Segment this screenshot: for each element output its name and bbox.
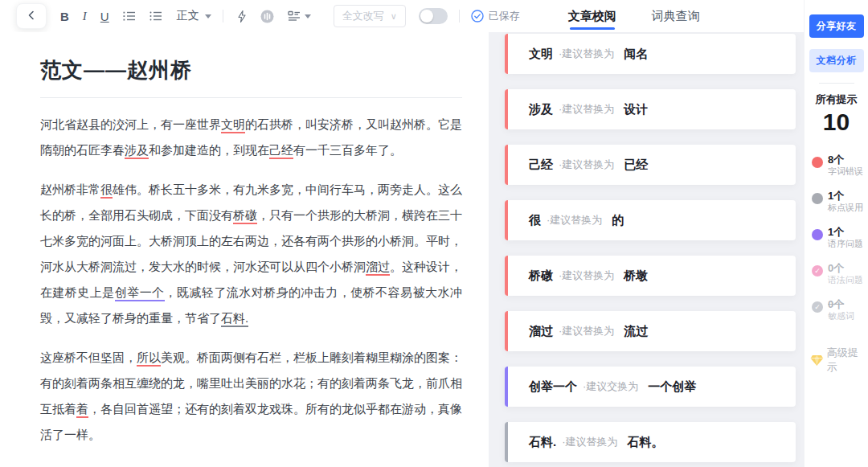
rewrite-toggle[interactable] (419, 8, 448, 24)
replacement-word[interactable]: 桥墩 (624, 268, 648, 284)
premium-tips[interactable]: 高级提示 (810, 346, 868, 375)
paragraph[interactable]: 赵州桥表现了劳动人民的聪明才智，是我国宝贵的历史遗产。 (40, 461, 462, 467)
marked-word[interactable]: 文明 (221, 117, 245, 133)
text-run: 有一千三百多年了。 (293, 143, 402, 157)
italic-button[interactable]: I (83, 10, 87, 23)
stat-count: 1个 (828, 226, 863, 238)
suggestion-card[interactable]: 石料.·建议替换为石料。 (505, 422, 796, 462)
tab-dictionary[interactable]: 词典查询 (652, 0, 700, 32)
outline-view-button[interactable] (288, 10, 311, 22)
document-title[interactable]: 范文——赵州桥 (40, 56, 462, 84)
paragraph-style-select[interactable]: 正文 (177, 9, 211, 23)
toggle-knob (420, 10, 433, 23)
right-sidebar: 分享好友 文档分析 所有提示 10 8个字词错误1个标点误用1个语序问题✓0个语… (804, 0, 868, 467)
save-status: 已保存 (471, 9, 520, 23)
underline-button[interactable]: U (100, 10, 109, 23)
back-button[interactable] (16, 3, 47, 29)
chevron-down-icon (305, 14, 311, 18)
suggestion-action-label: ·建议替换为 (559, 158, 614, 172)
share-friends-button[interactable]: 分享好友 (809, 14, 864, 38)
replacement-word[interactable]: 设计 (624, 102, 648, 117)
replacement-word[interactable]: 已经 (624, 158, 648, 173)
content: 范文——赵州桥 河北省赵县的洨河上，有一座世界文明的石拱桥，叫安济桥，又叫赵州桥… (0, 32, 804, 467)
suggestions-panel: 文明·建议替换为闻名涉及·建议替换为设计己经·建议替换为已经很·建议替换为的桥礅… (489, 32, 804, 467)
stats-circle-icon (260, 10, 274, 23)
stat-text: 1个标点误用 (828, 190, 863, 214)
severity-bar (505, 422, 508, 462)
stat-label: 字词错误 (828, 166, 863, 178)
category-dot-icon (812, 157, 823, 168)
paragraph[interactable]: 河北省赵县的洨河上，有一座世界文明的石拱桥，叫安济桥，又叫赵州桥。它是隋朝的石匠… (40, 112, 462, 163)
severity-bar (505, 311, 508, 351)
diamond-icon (810, 354, 824, 367)
suggestion-action-label: ·建议替换为 (559, 102, 614, 117)
severity-bar (505, 367, 508, 407)
replacement-word[interactable]: 一个创举 (648, 379, 696, 395)
stat-text: 0个语法问题 (828, 262, 863, 286)
tip-stat-item[interactable]: ✓0个敏感词 (812, 298, 868, 322)
full-text-rewrite-select[interactable]: 全文改写 ∨ (334, 5, 406, 27)
chevron-down-icon (205, 14, 211, 18)
marked-word[interactable]: 己经 (269, 143, 293, 159)
original-word: 石料. (529, 435, 556, 450)
replacement-word[interactable]: 闻名 (624, 47, 648, 62)
paragraph[interactable]: 这座桥不但坚固，所以美观。桥面两侧有石栏，栏板上雕刻着糊里糊涂的图案：有的刻着两… (40, 345, 462, 448)
check-circle-icon (471, 10, 484, 23)
title-divider (40, 97, 462, 98)
suggestion-card[interactable]: 桥礅·建议替换为桥墩 (505, 256, 796, 296)
tip-stat-item[interactable]: ✓0个语法问题 (812, 262, 868, 286)
suggestion-card[interactable]: 创举一个·建议交换为一个创举 (505, 367, 796, 407)
suggestion-action-label: ·建议替换为 (559, 324, 614, 338)
original-word: 创举一个 (529, 379, 577, 395)
category-dot-icon (812, 229, 823, 240)
suggestion-card[interactable]: 己经·建议替换为已经 (505, 145, 796, 185)
document-editor[interactable]: 范文——赵州桥 河北省赵县的洨河上，有一座世界文明的石拱桥，叫安济桥，又叫赵州桥… (0, 32, 489, 467)
toolbar-divider (459, 10, 460, 23)
paragraph-style-value: 正文 (177, 9, 199, 23)
paragraph[interactable]: 赵州桥非常很雄伟。桥长五十多米，有九米多宽，中间行车马，两旁走人。这么长的桥，全… (40, 177, 462, 331)
marked-word[interactable]: 着 (76, 402, 88, 418)
tab-proofread[interactable]: 文章校阅 (568, 0, 616, 32)
marked-word[interactable]: 桥礅 (233, 208, 257, 224)
tip-stat-item[interactable]: 1个标点误用 (812, 190, 868, 214)
replacement-word[interactable]: 流过 (624, 324, 648, 339)
suggestion-card[interactable]: 溜过·建议替换为流过 (505, 311, 796, 351)
original-word: 桥礅 (529, 268, 553, 284)
original-word: 文明 (529, 47, 553, 62)
text-run: 河北省赵县的洨河上，有一座世界 (40, 117, 221, 131)
marked-word[interactable]: 涉及 (125, 143, 149, 159)
tip-stat-item[interactable]: 1个语序问题 (812, 226, 868, 250)
save-status-label: 已保存 (489, 9, 520, 23)
original-word: 溜过 (529, 324, 553, 339)
suggestion-card[interactable]: 文明·建议替换为闻名 (505, 34, 796, 74)
bullet-list-icon (149, 10, 162, 22)
marked-word[interactable]: 溜过 (366, 260, 390, 276)
marked-word[interactable]: 石料. (221, 311, 248, 327)
suggestion-card[interactable]: 涉及·建议替换为设计 (505, 89, 796, 129)
replacement-word[interactable]: 的 (612, 213, 624, 228)
document-analysis-button[interactable]: 文档分析 (809, 49, 864, 72)
marked-word[interactable]: 所以 (137, 350, 161, 367)
bullet-list-button[interactable] (149, 10, 162, 22)
tip-stat-item[interactable]: 8个字词错误 (812, 154, 868, 178)
suggestion-action-label: ·建议替换为 (547, 213, 602, 227)
text-run: ，各自回首遥望；还有的刻着双龙戏珠。所有的龙似乎都在游动，真像活了一样。 (40, 402, 462, 441)
stat-count: 0个 (828, 298, 854, 310)
marked-word[interactable]: 很 (100, 182, 113, 199)
suggestion-card[interactable]: 很·建议替换为的 (505, 200, 796, 240)
check-dot-icon: ✓ (812, 265, 823, 277)
original-word: 很 (529, 213, 541, 228)
suggestion-action-label: ·建议交换为 (583, 379, 638, 394)
replacement-word[interactable]: 石料。 (628, 435, 664, 450)
marked-word[interactable]: 创举一个 (115, 285, 165, 301)
stats-circle-button[interactable] (260, 10, 274, 23)
severity-bar (505, 145, 508, 185)
stat-label: 语法问题 (828, 274, 863, 286)
bold-button[interactable]: B (60, 10, 69, 23)
stat-text: 8个字词错误 (828, 154, 863, 178)
ordered-list-button[interactable] (123, 10, 136, 22)
toolbar: B I U 正文 全文 (0, 0, 804, 32)
document-body[interactable]: 河北省赵县的洨河上，有一座世界文明的石拱桥，叫安济桥，又叫赵州桥。它是隋朝的石匠… (40, 112, 462, 467)
lightning-button[interactable] (237, 10, 247, 23)
chevron-left-icon (27, 9, 36, 23)
